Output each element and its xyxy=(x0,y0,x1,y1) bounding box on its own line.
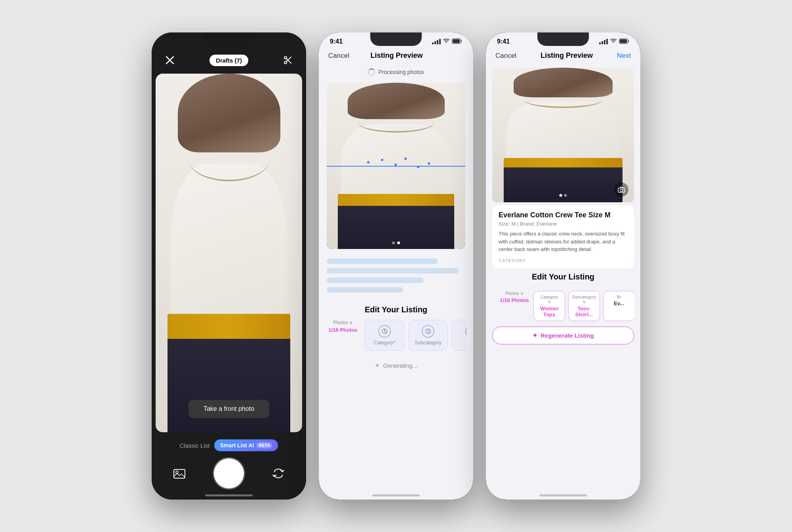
cancel-button-2[interactable]: Cancel xyxy=(328,52,349,60)
category-tab-3[interactable]: Category ∨ Women Tops xyxy=(533,291,565,321)
status-icons-3 xyxy=(599,38,629,45)
product-info-card: Everlane Cotton Crew Tee Size M Size: M … xyxy=(492,205,634,268)
product-title: Everlane Cotton Crew Tee Size M xyxy=(499,211,628,219)
edit-photo-icon[interactable] xyxy=(614,182,628,197)
dot-1 xyxy=(392,241,395,244)
photos-tab-3[interactable]: Photos ∨ 1/16 Photos xyxy=(499,291,530,321)
brand-tab[interactable]: B xyxy=(452,320,467,351)
battery-icon-3 xyxy=(619,38,629,45)
product-description: This piece offers a classic crew neck, o… xyxy=(499,230,628,253)
prod-dot-2 xyxy=(564,194,567,197)
camera-person-image xyxy=(156,74,302,432)
classic-list-label: Classic List xyxy=(180,442,210,449)
brand-tab3-label: Br xyxy=(617,294,621,299)
phone-notch-2 xyxy=(370,32,422,46)
edit-tabs-2: Photos ∨ 1/16 Photos Category* xyxy=(325,320,467,352)
smart-list-label: Smart List AI xyxy=(220,442,254,448)
scan-dots xyxy=(354,154,438,178)
svg-line-12 xyxy=(385,331,386,332)
status-time-2: 9:41 xyxy=(330,38,343,45)
category-tab3-value: Women Tops xyxy=(539,306,559,317)
generating-star: ✦ xyxy=(375,362,380,369)
phone3-screen: 9:41 xyxy=(486,32,640,500)
camera-bottom-bar: Classic List Smart List AI BETA xyxy=(152,432,306,500)
nav-title-2: Listing Preview xyxy=(370,51,423,60)
home-indicator-1 xyxy=(205,494,253,496)
category-label: CATEGORY xyxy=(499,258,628,263)
photos-tab-value: 1/16 Photos xyxy=(329,327,358,333)
category-tab3-label: Category ∨ xyxy=(539,294,559,304)
wifi-icon-3 xyxy=(610,39,617,45)
edit-listing-title-2: Edit Your Listing xyxy=(325,305,467,314)
subcategory-tab3-label: Subcategory ∨ xyxy=(572,294,596,304)
photos-tab-label: Photos ∨ xyxy=(333,320,353,325)
home-indicator-3 xyxy=(539,494,587,496)
nav-title-3: Listing Preview xyxy=(541,51,593,60)
photos-tab3-value: 1/16 Photos xyxy=(500,297,529,303)
category-tab[interactable]: Category* xyxy=(365,320,404,351)
svg-line-15 xyxy=(428,331,429,332)
wifi-icon xyxy=(443,39,449,45)
take-photo-overlay: Take a front photo xyxy=(188,400,269,418)
close-icon[interactable] xyxy=(163,53,177,67)
camera-controls xyxy=(163,458,295,488)
next-button-3[interactable]: Next xyxy=(617,52,631,60)
product-image xyxy=(492,68,634,202)
product-page-dots xyxy=(560,194,567,197)
skeleton-bar-2 xyxy=(327,268,459,274)
generating-bar: ✦ Generating... xyxy=(319,355,473,376)
svg-rect-6 xyxy=(174,469,185,478)
phone-3: 9:41 xyxy=(486,32,640,500)
status-time-3: 9:41 xyxy=(497,38,510,45)
prod-dot-1 xyxy=(560,194,562,197)
subcategory-circle xyxy=(422,325,434,338)
regen-star-icon: ✦ xyxy=(532,332,537,339)
listing-image-card xyxy=(327,83,465,249)
category-tab-label: Category* xyxy=(374,340,395,346)
subcategory-tab-label: Subcategory xyxy=(415,340,441,346)
generating-text: Generating... xyxy=(383,362,417,369)
signal-bars xyxy=(432,39,441,44)
skeleton-section xyxy=(319,252,473,299)
phone-2: 9:41 xyxy=(319,32,473,500)
shutter-button[interactable] xyxy=(214,458,244,488)
edit-listing-section-2: Edit Your Listing Photos ∨ 1/16 Photos xyxy=(319,299,473,355)
flip-camera-icon[interactable] xyxy=(270,465,287,482)
edit-tabs-3: Photos ∨ 1/16 Photos Category ∨ Women To… xyxy=(492,287,634,321)
regen-label: Regenerate Listing xyxy=(541,332,594,339)
status-icons-2 xyxy=(432,38,462,45)
drafts-badge[interactable]: Drafts (7) xyxy=(209,55,248,66)
camera-preview: Take a front photo xyxy=(156,74,302,432)
regenerate-button[interactable]: ✦ Regenerate Listing xyxy=(492,327,634,344)
brand-circle xyxy=(465,325,467,338)
listing-type-toggle: Classic List Smart List AI BETA xyxy=(180,439,278,451)
phone-notch-3 xyxy=(537,32,589,46)
phone1-screen: Drafts (7) xyxy=(152,32,306,500)
brand-tab3-value: Ev... xyxy=(614,300,624,306)
svg-point-22 xyxy=(620,189,623,192)
listing-image xyxy=(327,83,465,249)
edit-listing-section-3: Edit Your Listing Photos ∨ 1/16 Photos C… xyxy=(486,268,640,321)
svg-rect-20 xyxy=(620,39,627,43)
smart-list-ai-button[interactable]: Smart List AI BETA xyxy=(214,439,278,451)
battery-icon xyxy=(452,38,462,45)
gallery-icon[interactable] xyxy=(171,465,188,482)
signal-bars-3 xyxy=(599,39,608,44)
product-image-card xyxy=(492,68,634,202)
subcategory-tab-3[interactable]: Subcategory ∨ Tees- Short... xyxy=(568,291,600,321)
phone-notch-1 xyxy=(203,32,255,46)
subcategory-tab[interactable]: Subcategory xyxy=(408,320,448,351)
category-circle xyxy=(378,325,391,338)
scissors-icon[interactable] xyxy=(281,53,295,67)
brand-tab-3[interactable]: Br Ev... xyxy=(603,291,634,321)
image-page-dots xyxy=(392,241,400,244)
svg-rect-9 xyxy=(453,39,460,43)
beta-tag: BETA xyxy=(256,442,272,448)
product-person-image xyxy=(492,68,634,202)
photos-tab[interactable]: Photos ∨ 1/16 Photos xyxy=(325,320,361,351)
phone2-nav: Cancel Listing Preview xyxy=(319,48,473,65)
photos-tab3-label: Photos ∨ xyxy=(505,291,523,296)
processing-bar: Processing photos xyxy=(319,65,473,80)
skeleton-bar-4 xyxy=(327,287,403,293)
cancel-button-3[interactable]: Cancel xyxy=(495,52,516,60)
